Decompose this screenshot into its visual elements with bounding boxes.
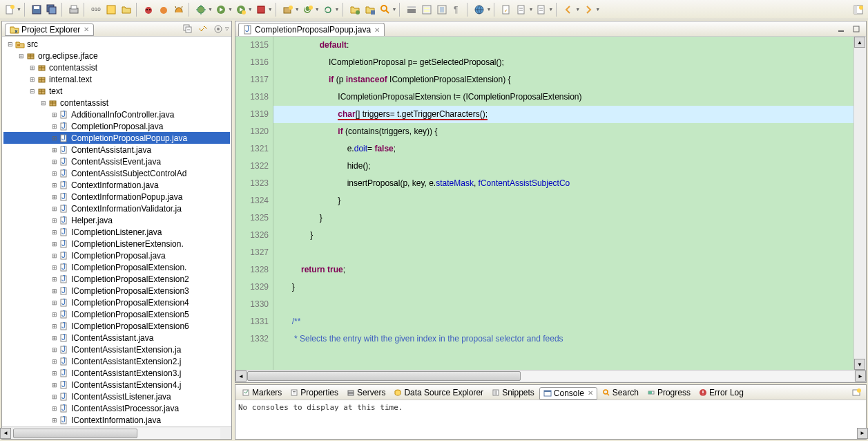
scroll-right-arrow[interactable]: ►	[857, 428, 868, 439]
tree-item[interactable]: ⊞JIContentAssistantExtension4.j	[3, 379, 230, 391]
save-all-button[interactable]	[45, 3, 59, 17]
scroll-right-arrow[interactable]: ►	[855, 370, 866, 382]
minimize-button[interactable]	[834, 22, 848, 36]
expand-icon[interactable]: ⊞	[50, 393, 59, 400]
tree-item[interactable]: ⊞JICompletionProposal.java	[3, 250, 230, 261]
focus-task-button[interactable]	[211, 22, 225, 36]
explorer-close-icon[interactable]: ✕	[84, 26, 89, 33]
expand-icon[interactable]: ⊞	[50, 276, 59, 283]
tree-item[interactable]: ⊞JContextInformationValidator.ja	[3, 203, 230, 214]
expand-icon[interactable]: ⊞	[50, 158, 59, 165]
expand-icon[interactable]: ⊞	[50, 288, 59, 294]
toggle-breadcrumb-button[interactable]	[405, 3, 418, 17]
perspective-button[interactable]	[851, 3, 865, 17]
expand-icon[interactable]: ⊞	[50, 229, 59, 236]
bottom-tab-progress[interactable]: Progress	[644, 387, 694, 398]
tree-item[interactable]: ⊟contentassist	[3, 97, 230, 109]
block-selection-button[interactable]	[435, 3, 449, 17]
bottom-tab-search[interactable]: Search	[599, 387, 642, 398]
expand-icon[interactable]: ⊞	[50, 252, 59, 259]
bottom-tab-servers[interactable]: Servers	[343, 387, 389, 398]
mark-occurrences-button[interactable]	[420, 3, 434, 17]
explorer-tab[interactable]: Project Explorer ✕	[5, 24, 94, 36]
expand-icon[interactable]: ⊞	[50, 264, 59, 271]
print-button[interactable]	[67, 3, 81, 17]
scroll-down-arrow[interactable]: ▼	[854, 359, 865, 370]
run-button[interactable]	[214, 3, 228, 17]
binary-icon[interactable]: 010	[89, 3, 103, 17]
expand-icon[interactable]: ⊞	[50, 170, 59, 177]
expand-icon[interactable]: ⊟	[39, 100, 48, 106]
expand-icon[interactable]: ⊟	[6, 41, 15, 48]
expand-icon[interactable]: ⊞	[50, 370, 59, 377]
expand-icon[interactable]: ⊞	[28, 76, 37, 83]
expand-icon[interactable]: ⊞	[28, 64, 37, 71]
tree-item[interactable]: ⊟src	[3, 38, 230, 50]
expand-icon[interactable]: ⊞	[50, 417, 59, 424]
external-tools-button[interactable]	[254, 3, 268, 17]
tree-item[interactable]: ⊞JIContentAssistListener.java	[3, 391, 230, 402]
code-content[interactable]: default: ICompletionProposal p= getSelec…	[273, 37, 853, 348]
tree-item[interactable]: ⊞JIContentAssistProcessor.java	[3, 402, 230, 414]
tree-item[interactable]: ⊟org.eclipse.jface	[3, 50, 230, 62]
expand-icon[interactable]: ⊞	[50, 194, 59, 200]
open-task-button[interactable]	[363, 3, 377, 17]
bottom-tab-properties[interactable]: Properties	[287, 387, 342, 398]
scroll-left-arrow[interactable]: ◄	[235, 370, 247, 382]
last-edit-button[interactable]	[499, 3, 513, 17]
expand-icon[interactable]: ⊞	[50, 299, 59, 306]
editor-vscroll[interactable]: ▲ ▼	[853, 37, 866, 370]
expand-icon[interactable]: ⊞	[50, 382, 59, 388]
expand-icon[interactable]: ⊞	[50, 346, 59, 353]
tree-item[interactable]: ⊞JIContextInformation.java	[3, 414, 230, 426]
tree-item[interactable]: ⊞JICompletionProposalExtension6	[3, 320, 230, 332]
folder-button[interactable]	[119, 3, 133, 17]
tree-item[interactable]: ⊞JIContentAssistantExtension3.j	[3, 367, 230, 379]
tree-item[interactable]: ⊞JICompletionProposalExtension2	[3, 273, 230, 285]
tree-item[interactable]: ⊞JCompletionProposalPopup.java	[3, 132, 230, 144]
debug-button[interactable]	[194, 3, 208, 17]
new-button[interactable]	[3, 3, 17, 17]
bug-orange-icon[interactable]	[157, 3, 171, 17]
run-server-button[interactable]	[234, 3, 248, 17]
explorer-tree[interactable]: ⊟src⊟org.eclipse.jface⊞contentassist⊞int…	[2, 37, 231, 426]
expand-icon[interactable]: ⊞	[50, 311, 59, 318]
tree-item[interactable]: ⊞JHelper.java	[3, 214, 230, 226]
expand-icon[interactable]: ⊞	[50, 135, 59, 142]
forward-button[interactable]	[581, 3, 595, 17]
save-button[interactable]	[30, 3, 44, 17]
tree-item[interactable]: ⊞JICompletionListener.java	[3, 226, 230, 238]
expand-icon[interactable]: ⊞	[50, 111, 59, 118]
tree-item[interactable]: ⊞JICompletionProposalExtension4	[3, 297, 230, 308]
bottom-tab-data-source-explorer[interactable]: Data Source Explorer	[390, 387, 487, 398]
open-type-button[interactable]	[348, 3, 362, 17]
tree-item[interactable]: ⊞contentassist	[3, 62, 230, 73]
view-menu-icon[interactable]: ▽	[225, 26, 229, 32]
tree-item[interactable]: ⊞internal.text	[3, 73, 230, 85]
open-console-button[interactable]	[849, 386, 863, 400]
tree-item[interactable]: ⊟text	[3, 85, 230, 97]
editor-tab-close-icon[interactable]: ✕	[374, 26, 380, 34]
expand-icon[interactable]: ⊞	[50, 405, 59, 412]
expand-icon[interactable]: ⊟	[28, 88, 37, 95]
expand-icon[interactable]: ⊞	[50, 241, 59, 247]
new-package-button[interactable]	[281, 3, 295, 17]
collapse-all-button[interactable]	[181, 22, 195, 36]
maximize-button[interactable]	[849, 22, 863, 36]
editor-hscroll[interactable]: ◄ ►	[235, 370, 866, 382]
tree-item[interactable]: ⊞JICompletionProposalExtension5	[3, 308, 230, 320]
expand-icon[interactable]: ⊞	[50, 217, 59, 224]
tree-item[interactable]: ⊞JICompletionProposalExtension.	[3, 261, 230, 273]
build-button[interactable]	[104, 3, 118, 17]
editor-body[interactable]: 1315131613171318131913201321132213231324…	[235, 37, 866, 370]
tree-item[interactable]: ⊞JICompletionProposalExtension3	[3, 285, 230, 297]
bottom-tab-console[interactable]: Console✕	[539, 387, 597, 400]
expand-icon[interactable]: ⊟	[17, 53, 26, 59]
bottom-tab-error-log[interactable]: Error Log	[695, 387, 747, 398]
refresh-button[interactable]	[321, 3, 335, 17]
search-button[interactable]	[378, 3, 392, 17]
back-button[interactable]	[561, 3, 575, 17]
new-class-button[interactable]: C	[301, 3, 315, 17]
link-editor-button[interactable]	[196, 22, 210, 36]
close-icon[interactable]: ✕	[588, 389, 593, 397]
